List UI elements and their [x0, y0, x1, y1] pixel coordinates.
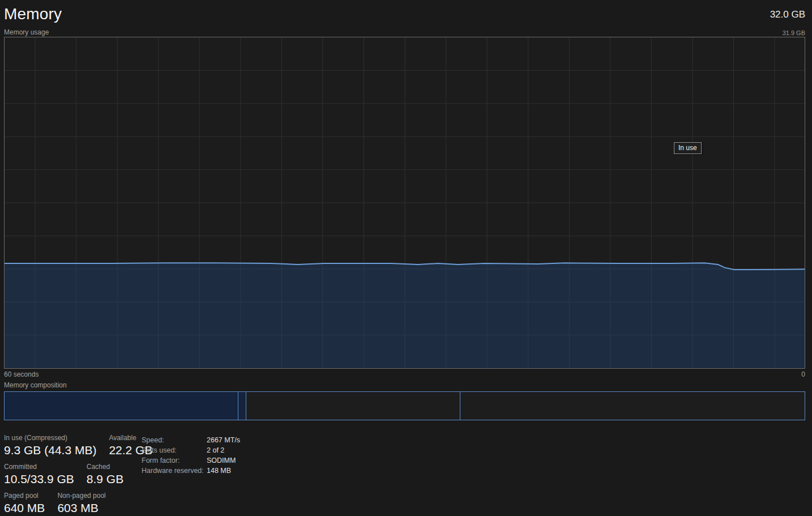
in-use-tooltip: In use: [674, 142, 702, 154]
detail-row-slots-used: Slots used: 2 of 2: [142, 445, 240, 455]
stat-value: 9.3 GB (44.3 MB): [4, 443, 96, 457]
detail-row-form-factor: Form factor: SODIMM: [142, 455, 240, 466]
memory-usage-graph[interactable]: In use: [4, 37, 805, 369]
hardware-details: Speed: 2667 MT/s Slots used: 2 of 2 Form…: [142, 434, 240, 516]
stat-row: Paged pool 640 MB Non-paged pool 603 MB: [4, 492, 142, 515]
stat-committed: Committed 10.5/33.9 GB: [4, 463, 74, 487]
detail-row-speed: Speed: 2667 MT/s: [142, 435, 240, 445]
stat-label: Non-paged pool: [57, 492, 105, 500]
detail-label: Slots used:: [142, 445, 207, 455]
memory-usage-label: Memory usage: [4, 28, 49, 36]
memory-usage-chart-canvas: [5, 37, 805, 368]
stat-label: Paged pool: [4, 492, 45, 500]
stat-row: In use (Compressed) 9.3 GB (44.3 MB) Ava…: [4, 434, 142, 458]
x-axis-right-label: 0: [801, 370, 805, 379]
in-use-area-fill: [5, 263, 805, 368]
page-header: Memory 32.0 GB: [4, 5, 805, 27]
stat-value: 603 MB: [57, 501, 98, 514]
detail-value: SODIMM: [207, 455, 236, 466]
composition-segment-in-use[interactable]: [5, 392, 238, 420]
composition-segment-modified[interactable]: [238, 392, 246, 420]
stat-value: 10.5/33.9 GB: [4, 472, 74, 485]
detail-value: 148 MB: [207, 466, 231, 476]
composition-segment-free[interactable]: [460, 392, 805, 420]
stat-label: In use (Compressed): [4, 434, 96, 442]
detail-label: Speed:: [142, 435, 207, 445]
detail-label: Form factor:: [142, 455, 207, 466]
stat-cached: Cached 8.9 GB: [87, 463, 123, 487]
stat-value: 640 MB: [4, 501, 45, 514]
stat-row: Committed 10.5/33.9 GB Cached 8.9 GB: [4, 463, 142, 487]
stat-label: Committed: [4, 463, 74, 471]
memory-stats: In use (Compressed) 9.3 GB (44.3 MB) Ava…: [4, 434, 805, 516]
detail-value: 2667 MT/s: [207, 435, 240, 445]
detail-row-hardware-reserved: Hardware reserved: 148 MB: [142, 466, 240, 476]
chart-ymax-label: 31.9 GB: [783, 29, 805, 36]
memory-stats-left: In use (Compressed) 9.3 GB (44.3 MB) Ava…: [4, 434, 142, 516]
chart-sublabels: Memory usage 31.9 GB: [4, 27, 805, 36]
stat-value: 8.9 GB: [87, 472, 123, 485]
chart-x-axis: 60 seconds 0: [4, 370, 805, 379]
detail-label: Hardware reserved:: [142, 466, 207, 476]
memory-composition-bar[interactable]: [4, 391, 805, 420]
detail-value: 2 of 2: [207, 445, 224, 455]
stat-in-use: In use (Compressed) 9.3 GB (44.3 MB): [4, 434, 96, 458]
memory-performance-page: Memory 32.0 GB Memory usage 31.9 GB In u…: [0, 0, 812, 516]
composition-segment-standby[interactable]: [246, 392, 461, 420]
stat-label: Cached: [87, 463, 123, 471]
stat-non-paged-pool: Non-paged pool 603 MB: [57, 492, 105, 515]
total-memory-capacity: 32.0 GB: [770, 5, 805, 20]
stat-paged-pool: Paged pool 640 MB: [4, 492, 45, 515]
x-axis-left-label: 60 seconds: [4, 370, 39, 379]
memory-composition-label: Memory composition: [4, 381, 805, 390]
page-title: Memory: [4, 5, 62, 24]
